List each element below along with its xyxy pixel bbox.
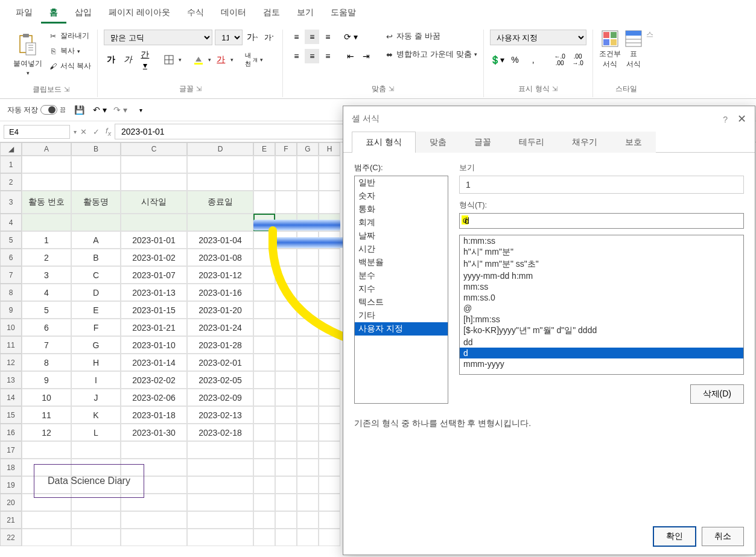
row-header[interactable]: 4	[0, 214, 22, 231]
cell[interactable]	[275, 173, 297, 191]
cell[interactable]: 12	[22, 424, 71, 441]
cell[interactable]	[253, 266, 275, 284]
cell[interactable]	[297, 173, 319, 191]
tab-alignment[interactable]: 맞춤	[416, 132, 460, 153]
cell[interactable]: 2023-01-14	[121, 354, 187, 371]
cell[interactable]	[297, 441, 319, 459]
select-all-button[interactable]: ◢	[0, 142, 22, 156]
category-item[interactable]: 기타	[355, 309, 448, 322]
cell[interactable]	[121, 529, 187, 546]
conditional-format-button[interactable]: 조건부 서식	[599, 30, 621, 69]
cell[interactable]	[319, 249, 340, 266]
cell[interactable]	[319, 191, 340, 214]
row-header[interactable]: 7	[0, 266, 22, 284]
launcher-icon[interactable]: ⇲	[552, 85, 557, 92]
cell[interactable]	[319, 354, 340, 371]
format-item[interactable]: [$-ko-KR]yyyy"년" m"월" d"일" dddd	[460, 325, 743, 337]
cell[interactable]	[297, 319, 319, 336]
menu-data[interactable]: 데이터	[212, 4, 255, 24]
cell[interactable]: 6	[22, 319, 71, 336]
row-header[interactable]: 18	[0, 459, 22, 476]
col-header[interactable]: F	[275, 142, 297, 156]
redo-button[interactable]: ↷ ▾	[113, 103, 127, 117]
row-header[interactable]: 8	[0, 284, 22, 301]
autosave-toggle[interactable]: 자동 저장 끔	[7, 105, 66, 115]
col-header[interactable]: E	[253, 142, 275, 156]
cell[interactable]	[297, 406, 319, 424]
cell[interactable]	[253, 406, 275, 424]
menu-view[interactable]: 보기	[288, 4, 322, 24]
cell[interactable]	[297, 336, 319, 354]
cell[interactable]	[187, 173, 253, 191]
cell[interactable]: 2023-01-30	[121, 424, 187, 441]
cell[interactable]	[253, 441, 275, 459]
menu-page-layout[interactable]: 페이지 레이아웃	[100, 4, 179, 24]
cell[interactable]	[275, 406, 297, 424]
merge-center-button[interactable]: ⬌ 병합하고 가운데 맞춤 ▾	[384, 48, 477, 61]
cell[interactable]: C	[71, 266, 121, 284]
fx-icon[interactable]: fx	[106, 126, 111, 137]
increase-decimal-button[interactable]: ←.0.00	[553, 53, 567, 67]
cell[interactable]	[71, 511, 121, 529]
cell[interactable]	[253, 319, 275, 336]
cell[interactable]	[253, 424, 275, 441]
menu-file[interactable]: 파일	[7, 4, 41, 24]
format-item[interactable]: dd	[460, 337, 743, 348]
col-header[interactable]: G	[297, 142, 319, 156]
cancel-icon[interactable]: ✕	[80, 127, 87, 136]
cell[interactable]: 3	[22, 266, 71, 284]
cell[interactable]: 2023-01-15	[121, 301, 187, 319]
category-item[interactable]: 일반	[355, 176, 448, 189]
cell[interactable]	[71, 156, 121, 173]
cell[interactable]	[253, 156, 275, 173]
cell[interactable]	[297, 459, 319, 476]
shrink-font-button[interactable]: 가˅	[262, 30, 276, 45]
comma-button[interactable]: ,	[526, 53, 541, 67]
cell[interactable]	[275, 459, 297, 476]
cell[interactable]: 2023-01-21	[121, 319, 187, 336]
row-header[interactable]: 19	[0, 476, 22, 494]
format-item[interactable]: mm:ss	[460, 281, 743, 292]
category-item[interactable]: 사용자 지정	[355, 322, 448, 336]
close-icon[interactable]: ✕	[737, 113, 746, 125]
align-middle-button[interactable]: ≡	[305, 30, 319, 44]
cell[interactable]	[319, 424, 340, 441]
font-size-select[interactable]: 11	[215, 30, 243, 45]
cell[interactable]: 2023-01-20	[187, 301, 253, 319]
row-header[interactable]: 3	[0, 191, 22, 214]
row-header[interactable]: 22	[0, 529, 22, 546]
cell[interactable]: 10	[22, 389, 71, 406]
help-icon[interactable]: ?	[723, 115, 728, 124]
cell[interactable]	[187, 214, 253, 231]
cell[interactable]: F	[71, 319, 121, 336]
percent-button[interactable]: %	[508, 53, 523, 67]
cell[interactable]	[187, 529, 253, 546]
cell[interactable]	[71, 173, 121, 191]
cell[interactable]: G	[71, 336, 121, 354]
grow-font-button[interactable]: 가^	[245, 30, 259, 45]
col-header[interactable]: D	[187, 142, 253, 156]
cell[interactable]	[253, 173, 275, 191]
enter-icon[interactable]: ✓	[93, 127, 100, 136]
font-color-button[interactable]: 가	[214, 53, 228, 67]
align-bottom-button[interactable]: ≡	[320, 30, 335, 44]
orientation-button[interactable]: ⟳ ▾	[343, 30, 358, 44]
row-header[interactable]: 17	[0, 441, 22, 459]
format-item[interactable]: h"시" mm"분"	[460, 246, 743, 258]
cell[interactable]: 2023-02-13	[187, 406, 253, 424]
italic-button[interactable]: 가	[121, 53, 135, 67]
cell[interactable]: 활동명	[71, 191, 121, 214]
cell[interactable]: 2023-01-01	[121, 231, 187, 249]
category-list[interactable]: 일반숫자통화회계날짜시간백분율분수지수텍스트기타사용자 지정	[354, 176, 448, 404]
cell[interactable]	[319, 511, 340, 529]
cell[interactable]	[253, 354, 275, 371]
cut-button[interactable]: ✂ 잘라내기	[48, 30, 91, 42]
row-header[interactable]: 14	[0, 389, 22, 406]
cell[interactable]: 2023-01-16	[187, 284, 253, 301]
cell[interactable]	[121, 156, 187, 173]
cell[interactable]	[297, 354, 319, 371]
cell[interactable]	[275, 191, 297, 214]
cell[interactable]	[253, 371, 275, 389]
cell[interactable]: I	[71, 371, 121, 389]
cell[interactable]: 5	[22, 301, 71, 319]
